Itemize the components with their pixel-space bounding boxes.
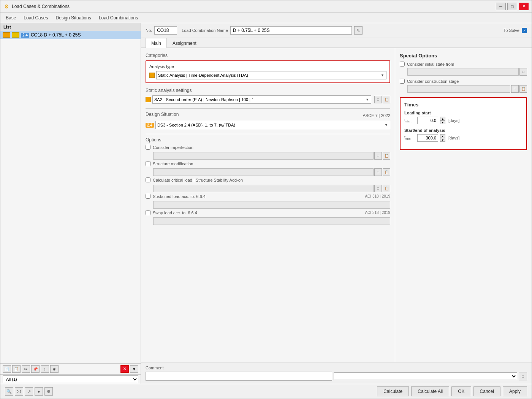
special-construction-input[interactable]	[407, 85, 510, 93]
option-imperfection-row: Consider imperfection	[146, 145, 390, 150]
special-copy2a[interactable]: □	[511, 85, 519, 93]
bottom-buttons: Calculate Calculate All OK Cancel Apply	[377, 386, 527, 396]
option-structure-checkbox[interactable]	[146, 161, 150, 166]
menu-load-combinations[interactable]: Load Combinations	[95, 14, 142, 22]
times-t-end-input[interactable]	[417, 134, 438, 142]
static-dropdown-wrapper: SA2 - Second-order (P-Δ) | Newton-Raphso…	[152, 95, 371, 104]
option-imperfection-input-row: □ 📋	[153, 152, 390, 160]
bottom-search-icon[interactable]: 🔍	[5, 387, 13, 396]
option-sway-checkbox[interactable]	[146, 210, 150, 215]
option-sustained-right: ACI 318 | 2019	[365, 194, 390, 198]
maximize-button[interactable]: □	[507, 3, 517, 10]
toolbar-cut-btn[interactable]: ✂	[22, 365, 30, 373]
toolbar-more-btn[interactable]: ▼	[130, 365, 138, 373]
bottom-value-icon[interactable]: 0.1	[15, 387, 23, 396]
times-end-spinner: ▲ ▼	[440, 134, 445, 142]
list-item[interactable]: 2.4 CO18 D + 0.75L + 0.25S	[0, 31, 141, 39]
times-end-row: tend ▲ ▼ [days]	[404, 134, 522, 142]
times-start-up[interactable]: ▲	[440, 117, 445, 120]
menu-base[interactable]: Base	[2, 14, 20, 22]
option-sway-input[interactable]	[153, 217, 390, 225]
bottom-dot-icon[interactable]: ●	[35, 387, 43, 396]
option-imperfection-label: Consider imperfection	[153, 145, 193, 150]
tab-assignment[interactable]: Assignment	[167, 38, 202, 48]
design-situation-section: Design Situation ASCE 7 | 2022 2.4 DS3 -…	[146, 112, 390, 129]
static-copy-btns: □ 📋	[374, 96, 390, 103]
filter-select[interactable]: All (1)	[3, 375, 138, 383]
option-sustained-input[interactable]	[153, 201, 390, 209]
window-icon: ⚙	[3, 3, 10, 10]
ds-select[interactable]: DS3 - Section 2.4 (ASD), 1. to 7. (w/ TD…	[155, 121, 390, 129]
opt-copy2a[interactable]: □	[374, 168, 382, 176]
option-imperfection-checkbox[interactable]	[146, 145, 150, 150]
opt-copy3b[interactable]: 📋	[383, 185, 390, 192]
static-copy-btn2[interactable]: 📋	[383, 96, 390, 103]
option-critical-input[interactable]	[153, 185, 374, 192]
main-window: ⚙ Load Cases & Combinations ─ □ ✕ Base L…	[0, 0, 532, 399]
bottom-arrow-icon[interactable]: ↗	[25, 387, 33, 396]
times-start-down[interactable]: ▼	[440, 120, 445, 124]
comment-copy-btn[interactable]: □	[519, 372, 527, 380]
option-critical-checkbox[interactable]	[146, 177, 150, 182]
analysis-type-select[interactable]: Static Analysis | Time-Dependent Analysi…	[156, 71, 386, 79]
apply-button[interactable]: Apply	[503, 386, 527, 396]
option-sustained-checkbox[interactable]	[146, 194, 150, 199]
toolbar-copy-btn[interactable]: 📋	[12, 365, 21, 373]
toolbar-number-btn[interactable]: #	[50, 365, 59, 373]
toolbar-new-btn[interactable]: 📄	[3, 365, 11, 373]
toolbar-paste-btn[interactable]: 📌	[31, 365, 40, 373]
to-solve-checkbox[interactable]: ✓	[522, 28, 527, 33]
times-t-start-input[interactable]	[417, 117, 438, 124]
analysis-type-wrapper: Static Analysis | Time-Dependent Analysi…	[156, 71, 386, 79]
menu-design-situations[interactable]: Design Situations	[52, 14, 95, 22]
times-t-start-label: tstart	[404, 117, 416, 123]
special-copy2b[interactable]: 📋	[519, 85, 527, 93]
special-initial-input[interactable]	[407, 68, 519, 76]
toolbar-sort-btn[interactable]: ↕	[41, 365, 49, 373]
special-construction-checkbox[interactable]	[400, 79, 405, 84]
list-toolbar: 📄 📋 ✂ 📌 ↕ # ✕ ▼	[0, 363, 141, 374]
option-sustained-row: Sustained load acc. to. 6.6.4 ACI 318 | …	[146, 194, 390, 199]
times-start-row: tstart ▲ ▼ [days]	[404, 117, 522, 124]
option-critical-row: Calculate critical load | Structure Stab…	[146, 177, 390, 182]
option-sway-row: Sway load acc. to. 6.6.4 ACI 318 | 2019	[146, 210, 390, 215]
menu-load-cases[interactable]: Load Cases	[20, 14, 52, 22]
times-end-up[interactable]: ▲	[440, 134, 445, 138]
comment-label: Comment	[146, 366, 527, 370]
special-construction-input-row: □ 📋	[407, 85, 527, 93]
times-end-down[interactable]: ▼	[440, 138, 445, 142]
opt-copy1a[interactable]: □	[374, 152, 382, 160]
ok-button[interactable]: OK	[451, 386, 471, 396]
special-initial-checkbox[interactable]	[400, 62, 405, 66]
opt-copy2b[interactable]: 📋	[383, 168, 390, 176]
option-structure-input[interactable]	[153, 168, 374, 176]
close-button[interactable]: ✕	[519, 3, 529, 10]
toolbar-delete-btn[interactable]: ✕	[120, 365, 129, 373]
opt-copy1b[interactable]: 📋	[383, 152, 390, 160]
window-controls: ─ □ ✕	[496, 3, 529, 10]
static-copy-btn1[interactable]: □	[374, 96, 382, 103]
comment-dropdown[interactable]	[334, 372, 517, 380]
title-bar: ⚙ Load Cases & Combinations ─ □ ✕	[0, 0, 532, 13]
comment-input[interactable]	[146, 372, 332, 381]
special-copy1[interactable]: □	[519, 68, 527, 76]
special-options-section: Special Options Consider initial state f…	[400, 53, 527, 150]
bottom-gear-icon[interactable]: ⚙	[44, 387, 53, 396]
cancel-button[interactable]: Cancel	[473, 386, 500, 396]
list-item-name: CO18 D + 0.75L + 0.25S	[31, 32, 81, 38]
tab-main[interactable]: Main	[146, 38, 167, 48]
opt-copy3a[interactable]: □	[374, 185, 382, 192]
name-edit-button[interactable]: ✎	[354, 26, 363, 35]
static-analysis-section: Static analysis settings SA2 - Second-or…	[146, 88, 390, 104]
static-analysis-select[interactable]: SA2 - Second-order (P-Δ) | Newton-Raphso…	[152, 95, 371, 104]
analysis-type-box: Analysis type Static Analysis | Time-Dep…	[146, 60, 390, 83]
minimize-button[interactable]: ─	[496, 3, 506, 10]
left-panel: List 2.4 CO18 D + 0.75L + 0.25S 📄 📋 ✂ 📌 …	[0, 23, 141, 384]
right-panel: No. CO18 Load Combination Name D + 0.75L…	[141, 23, 532, 384]
calculate-all-button[interactable]: Calculate All	[411, 386, 449, 396]
bottom-icons: 🔍 0.1 ↗ ● ⚙	[5, 387, 53, 396]
calculate-button[interactable]: Calculate	[377, 386, 409, 396]
tabs-bar: Main Assignment	[141, 38, 532, 48]
option-imperfection-input[interactable]	[153, 152, 374, 160]
special-opt-initial-row: Consider initial state from	[400, 62, 527, 66]
